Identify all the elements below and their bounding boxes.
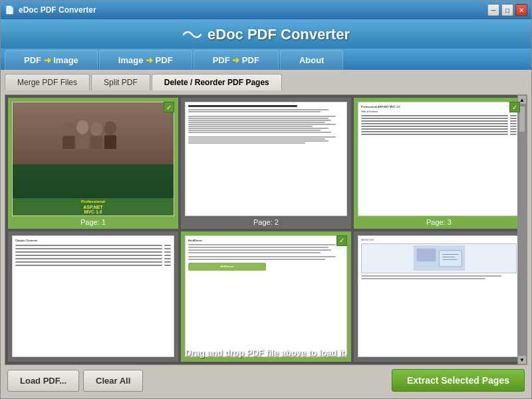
- page-6-image: ASP.NET MVC: [358, 235, 520, 358]
- page-thumb-2[interactable]: Page: 2: [181, 98, 351, 229]
- app-icon: 📄: [5, 5, 15, 15]
- svg-point-2: [90, 122, 102, 136]
- app-window: 📄 eDoc PDF Converter ─ □ ✕ eDoc PDF Conv…: [0, 0, 532, 399]
- page-thumb-6[interactable]: ASP.NET MVC: [354, 231, 524, 362]
- extract-pages-button[interactable]: Extract Selected Pages: [392, 369, 525, 392]
- app-header: eDoc PDF Converter: [1, 19, 531, 49]
- app-title-text: eDoc PDF Converter: [207, 26, 350, 43]
- tab-pdf-image-label: PDF ➜ Image: [24, 55, 78, 65]
- page-thumb-3[interactable]: ✓ Professional ASP.NET MVC 1.0 Table of …: [354, 98, 524, 229]
- svg-rect-9: [416, 248, 436, 261]
- maximize-button[interactable]: □: [501, 4, 513, 16]
- app-logo-icon: [182, 28, 202, 41]
- tab-image-to-pdf[interactable]: Image ➜ PDF: [99, 50, 192, 70]
- app-title: eDoc PDF Converter: [1, 26, 531, 43]
- svg-point-0: [63, 122, 74, 136]
- dnd-message: Drag and drop PDF file above to load it.: [185, 348, 346, 358]
- bottom-bar: Load PDF... Clear All Extract Selected P…: [5, 365, 527, 394]
- page-thumb-4[interactable]: Chapter Contents: [8, 231, 178, 362]
- minimize-button[interactable]: ─: [487, 4, 499, 16]
- load-pdf-button[interactable]: Load PDF...: [7, 370, 79, 392]
- close-button[interactable]: ✕: [515, 4, 527, 16]
- scrollbar[interactable]: ▲ ▼: [517, 95, 527, 364]
- page-3-image: Professional ASP.NET MVC 1.0 Table of Co…: [358, 102, 520, 216]
- sub-tab-split[interactable]: Split PDF: [91, 74, 150, 90]
- svg-rect-7: [104, 135, 116, 149]
- title-bar-left: 📄 eDoc PDF Converter: [5, 5, 96, 15]
- tab-pdf-pdf-label: PDF ➜ PDF: [213, 55, 259, 65]
- page-thumb-5[interactable]: ✓ NerdDinner AddDinner: [181, 231, 351, 362]
- cover-photo: [13, 102, 174, 164]
- page-5-check: ✓: [336, 235, 347, 246]
- pages-grid: ✓: [5, 94, 527, 365]
- svg-rect-4: [63, 136, 74, 150]
- svg-point-1: [76, 120, 88, 134]
- svg-rect-10: [439, 250, 462, 266]
- page-thumb-1[interactable]: ✓: [8, 98, 178, 229]
- page-1-check: ✓: [164, 102, 174, 112]
- tab-pdf-to-image[interactable]: PDF ➜ Image: [5, 50, 98, 70]
- title-bar: 📄 eDoc PDF Converter ─ □ ✕: [1, 1, 531, 19]
- main-content: Merge PDF Files Split PDF Delete / Reord…: [1, 70, 531, 398]
- page-5-image: NerdDinner AddDinner: [185, 235, 347, 358]
- page-1-label: Page: 1: [80, 218, 106, 226]
- sub-tab-delete-reorder[interactable]: Delete / Reorder PDF Pages: [152, 74, 282, 90]
- page-3-check: ✓: [509, 102, 520, 112]
- tab-pdf-to-pdf[interactable]: PDF ➜ PDF: [194, 50, 279, 70]
- svg-point-3: [104, 121, 116, 135]
- page-1-image: Professional ASP.NET MVC 1.0: [12, 102, 174, 216]
- sub-tab-merge[interactable]: Merge PDF Files: [5, 74, 90, 90]
- tab-about[interactable]: About: [280, 50, 344, 70]
- cover-text-area: Professional ASP.NET MVC 1.0: [13, 198, 174, 215]
- tab-about-label: About: [299, 55, 325, 65]
- svg-rect-5: [76, 134, 88, 149]
- title-bar-controls: ─ □ ✕: [487, 4, 527, 16]
- page-2-image: [185, 102, 347, 216]
- page-4-image: Chapter Contents: [12, 235, 174, 358]
- page-2-label: Page: 2: [253, 218, 279, 226]
- svg-rect-6: [90, 136, 102, 150]
- window-title: eDoc PDF Converter: [19, 5, 96, 15]
- scroll-down-button[interactable]: ▼: [517, 355, 527, 364]
- nav-tabs: PDF ➜ Image Image ➜ PDF PDF ➜ PDF About: [1, 49, 531, 70]
- clear-all-button[interactable]: Clear All: [83, 370, 143, 392]
- sub-tabs: Merge PDF Files Split PDF Delete / Reord…: [5, 74, 527, 90]
- page-3-label: Page: 3: [426, 218, 452, 226]
- bottom-left-buttons: Load PDF... Clear All: [7, 370, 143, 392]
- tab-image-pdf-label: Image ➜ PDF: [118, 55, 173, 65]
